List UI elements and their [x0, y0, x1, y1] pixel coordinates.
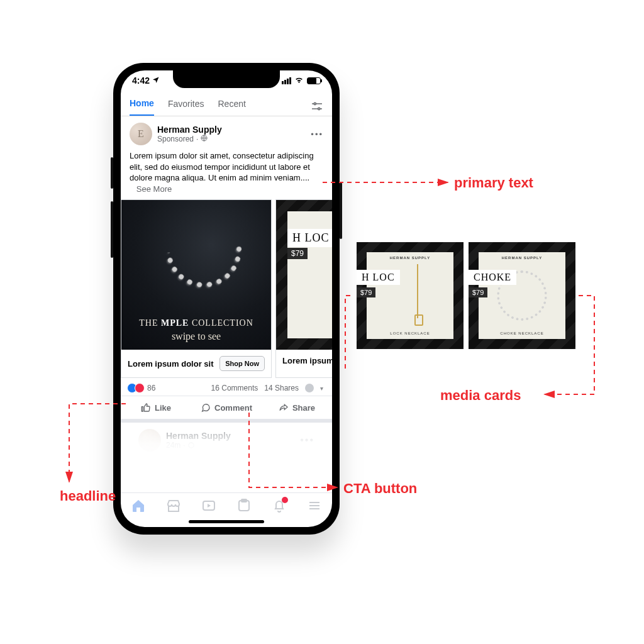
product-caption: LOCK NECKLACE: [367, 331, 453, 335]
comment-button[interactable]: Comment: [191, 396, 262, 419]
feed-filter-icon[interactable]: [311, 101, 323, 113]
post-primary-text: Lorem ipsum dolor sit amet, consectetur …: [121, 145, 332, 194]
tab-favorites[interactable]: Favorites: [168, 99, 204, 115]
external-media-card-b: HERMAN SUPPLY CHOKE $79 CHOKE NECKLACE: [469, 242, 575, 349]
share-button[interactable]: Share: [262, 396, 332, 419]
necklace-graphic: [151, 200, 257, 303]
annotation-media-cards: media cards: [440, 387, 521, 404]
page-avatar[interactable]: E: [130, 123, 152, 145]
chevron-down-icon[interactable]: ▾: [320, 385, 323, 392]
post-menu-icon[interactable]: •••: [311, 130, 323, 139]
home-indicator: [121, 516, 332, 527]
share-count[interactable]: 14 Shares: [264, 384, 299, 392]
nav-notifications-icon[interactable]: [272, 498, 287, 513]
globe-icon: [201, 135, 208, 143]
comment-count[interactable]: 16 Comments: [211, 384, 258, 392]
next-post-preview: Herman Supply 24m · •••: [121, 423, 332, 458]
product-caption: CHOKE NECKLACE: [479, 331, 565, 335]
feed-tabs: Home Favorites Recent: [121, 96, 332, 116]
product-tag: H LOC: [287, 229, 332, 247]
nav-menu-icon[interactable]: [307, 498, 322, 513]
product-price: $79: [357, 287, 375, 297]
reaction-icons[interactable]: [130, 383, 145, 393]
bottom-nav: [121, 492, 332, 516]
card-media: THE MPLE COLLECTION swipe to see: [121, 200, 271, 350]
carousel[interactable]: THE MPLE COLLECTION swipe to see Lorem i…: [121, 199, 332, 378]
page-name: Herman Supply: [166, 431, 231, 441]
comment-icon: [201, 402, 211, 413]
viewer-avatar: [305, 384, 314, 392]
collection-title: THE MPLE COLLECTION: [121, 318, 271, 328]
dot-separator: ·: [196, 135, 198, 143]
product-price: $79: [287, 248, 308, 259]
tab-home[interactable]: Home: [130, 98, 154, 116]
like-label: Like: [155, 403, 171, 413]
annotation-primary-text: primary text: [454, 175, 533, 191]
svg-point-1: [314, 103, 316, 104]
cta-button[interactable]: Shop Now: [219, 356, 265, 371]
page-name[interactable]: Herman Supply: [157, 125, 222, 135]
external-media-card-a: HERMAN SUPPLY H LOC $79 LOCK NECKLACE: [357, 242, 464, 349]
pendant-graphic: [417, 264, 418, 318]
carousel-card-2[interactable]: H LOC $79 Lorem ipsum: [275, 199, 332, 378]
status-time: 4:42: [132, 75, 150, 86]
comment-label: Comment: [214, 403, 252, 413]
love-reaction-icon: [135, 383, 145, 393]
product-tag: H LOC: [357, 270, 400, 285]
notification-badge: [282, 497, 288, 503]
wifi-icon: [294, 75, 304, 86]
nav-marketplace-icon[interactable]: [166, 498, 181, 513]
product-price: $79: [469, 287, 487, 297]
post-header: E Herman Supply Sponsored · •••: [121, 123, 332, 145]
annotation-cta-button: CTA button: [343, 480, 417, 497]
share-label: Share: [292, 403, 315, 413]
power-button: [340, 182, 342, 239]
signal-icon: [282, 77, 291, 84]
globe-icon: [188, 442, 194, 448]
post-actions: Like Comment Share: [121, 396, 332, 423]
carousel-card-1[interactable]: THE MPLE COLLECTION swipe to see Lorem i…: [121, 199, 272, 378]
nav-groups-icon[interactable]: [236, 498, 252, 513]
card-media: H LOC $79: [276, 200, 332, 350]
brand-label: HERMAN SUPPLY: [479, 256, 565, 260]
thumb-up-icon: [141, 402, 151, 413]
engagement-bar: 86 16 Comments 14 Shares ▾: [121, 378, 332, 396]
sponsored-label: Sponsored: [157, 135, 194, 143]
post-body-text: Lorem ipsum dolor sit amet, consectetur …: [130, 151, 314, 182]
svg-point-5: [189, 443, 194, 448]
phone-frame: 4:42 Home Favorites Recent: [113, 63, 340, 535]
svg-point-3: [318, 108, 320, 109]
notch: [173, 70, 280, 88]
tab-recent[interactable]: Recent: [218, 99, 245, 115]
see-more-link[interactable]: See More: [136, 184, 172, 194]
reaction-count[interactable]: 86: [147, 384, 155, 392]
battery-icon: [307, 77, 321, 84]
phone-screen: 4:42 Home Favorites Recent: [121, 70, 332, 527]
nav-watch-icon[interactable]: [201, 498, 216, 513]
post-time: 24m: [166, 441, 180, 450]
annotation-headline: headline: [60, 488, 116, 504]
swipe-hint: swipe to see: [121, 331, 271, 342]
sponsored-post: E Herman Supply Sponsored · ••• Lorem ip…: [121, 116, 332, 423]
location-arrow-icon: [152, 75, 160, 86]
like-button[interactable]: Like: [121, 396, 191, 419]
product-tag: CHOKE: [469, 270, 516, 285]
share-icon: [279, 402, 289, 413]
nav-home-icon[interactable]: [131, 498, 146, 513]
card-headline: Lorem ipsum dolor sit: [128, 359, 214, 369]
brand-label: HERMAN SUPPLY: [367, 256, 453, 260]
card-headline: Lorem ipsum: [282, 356, 332, 365]
post-menu-icon: •••: [300, 435, 314, 446]
page-avatar: [138, 429, 161, 452]
